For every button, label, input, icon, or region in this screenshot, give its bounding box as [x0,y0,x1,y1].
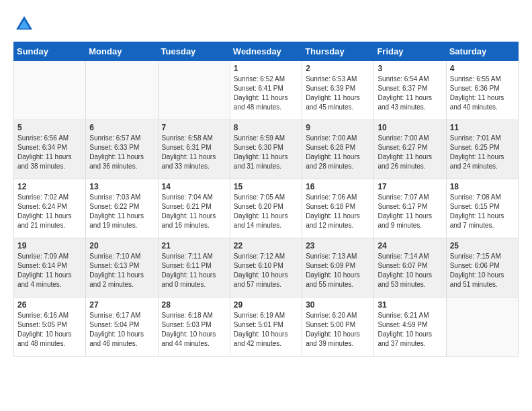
day-number: 16 [306,182,370,191]
day-number: 11 [450,123,515,132]
calendar-cell: 1Sunrise: 6:52 AM Sunset: 6:41 PM Daylig… [230,61,302,120]
calendar-cell: 14Sunrise: 7:04 AM Sunset: 6:21 PM Dayli… [158,179,230,238]
calendar-cell: 18Sunrise: 7:08 AM Sunset: 6:15 PM Dayli… [446,179,518,238]
day-info: Sunrise: 6:18 AM Sunset: 5:03 PM Dayligh… [162,311,226,349]
day-info: Sunrise: 7:06 AM Sunset: 6:18 PM Dayligh… [306,193,370,230]
day-info: Sunrise: 7:00 AM Sunset: 6:28 PM Dayligh… [306,134,370,171]
calendar-cell: 10Sunrise: 7:00 AM Sunset: 6:27 PM Dayli… [374,120,446,179]
day-info: Sunrise: 7:14 AM Sunset: 6:07 PM Dayligh… [378,252,442,289]
day-info: Sunrise: 7:08 AM Sunset: 6:15 PM Dayligh… [450,193,515,230]
day-info: Sunrise: 6:19 AM Sunset: 5:01 PM Dayligh… [234,311,298,349]
calendar-cell: 3Sunrise: 6:54 AM Sunset: 6:37 PM Daylig… [374,61,446,120]
calendar-cell: 6Sunrise: 6:57 AM Sunset: 6:33 PM Daylig… [86,120,158,179]
calendar-cell: 26Sunrise: 6:16 AM Sunset: 5:05 PM Dayli… [14,298,86,357]
day-info: Sunrise: 6:20 AM Sunset: 5:00 PM Dayligh… [306,311,370,349]
day-info: Sunrise: 7:00 AM Sunset: 6:27 PM Dayligh… [378,134,442,171]
day-info: Sunrise: 6:17 AM Sunset: 5:04 PM Dayligh… [89,311,154,349]
day-info: Sunrise: 6:56 AM Sunset: 6:34 PM Dayligh… [17,134,82,171]
day-number: 18 [450,182,515,191]
calendar-header-row: SundayMondayTuesdayWednesdayThursdayFrid… [14,42,519,61]
page-header [13,13,519,35]
calendar-cell: 31Sunrise: 6:21 AM Sunset: 4:59 PM Dayli… [374,298,446,357]
col-header-thursday: Thursday [302,42,374,61]
day-info: Sunrise: 6:58 AM Sunset: 6:31 PM Dayligh… [162,134,226,171]
day-info: Sunrise: 6:52 AM Sunset: 6:41 PM Dayligh… [234,75,298,112]
day-number: 21 [162,241,226,250]
calendar-cell: 9Sunrise: 7:00 AM Sunset: 6:28 PM Daylig… [302,120,374,179]
day-number: 22 [234,241,298,250]
day-number: 19 [17,241,82,250]
day-info: Sunrise: 7:01 AM Sunset: 6:25 PM Dayligh… [450,134,515,171]
calendar-cell: 11Sunrise: 7:01 AM Sunset: 6:25 PM Dayli… [446,120,518,179]
day-number: 1 [234,64,298,73]
calendar-cell: 20Sunrise: 7:10 AM Sunset: 6:13 PM Dayli… [86,238,158,298]
calendar-week-row-2: 5Sunrise: 6:56 AM Sunset: 6:34 PM Daylig… [14,120,519,179]
calendar-cell: 23Sunrise: 7:13 AM Sunset: 6:09 PM Dayli… [302,238,374,298]
calendar-cell: 30Sunrise: 6:20 AM Sunset: 5:00 PM Dayli… [302,298,374,357]
calendar-cell: 13Sunrise: 7:03 AM Sunset: 6:22 PM Dayli… [86,179,158,238]
col-header-saturday: Saturday [446,42,518,61]
calendar-cell: 17Sunrise: 7:07 AM Sunset: 6:17 PM Dayli… [374,179,446,238]
calendar-cell: 12Sunrise: 7:02 AM Sunset: 6:24 PM Dayli… [14,179,86,238]
day-number: 17 [378,182,442,191]
calendar-cell: 5Sunrise: 6:56 AM Sunset: 6:34 PM Daylig… [14,120,86,179]
col-header-monday: Monday [86,42,158,61]
day-number: 25 [450,241,515,250]
day-info: Sunrise: 7:11 AM Sunset: 6:11 PM Dayligh… [162,252,226,289]
calendar-week-row-5: 26Sunrise: 6:16 AM Sunset: 5:05 PM Dayli… [14,298,519,357]
day-number: 12 [17,182,82,191]
day-number: 3 [378,64,442,73]
day-info: Sunrise: 7:10 AM Sunset: 6:13 PM Dayligh… [89,252,154,289]
calendar-cell: 7Sunrise: 6:58 AM Sunset: 6:31 PM Daylig… [158,120,230,179]
calendar-cell: 27Sunrise: 6:17 AM Sunset: 5:04 PM Dayli… [86,298,158,357]
day-number: 2 [306,64,370,73]
calendar-cell: 15Sunrise: 7:05 AM Sunset: 6:20 PM Dayli… [230,179,302,238]
day-number: 9 [306,123,370,132]
day-number: 23 [306,241,370,250]
calendar-week-row-3: 12Sunrise: 7:02 AM Sunset: 6:24 PM Dayli… [14,179,519,238]
logo-icon [13,13,35,35]
day-info: Sunrise: 6:55 AM Sunset: 6:36 PM Dayligh… [450,75,515,112]
logo [13,13,38,35]
day-number: 28 [162,300,226,310]
day-number: 14 [162,182,226,191]
day-info: Sunrise: 6:57 AM Sunset: 6:33 PM Dayligh… [89,134,154,171]
calendar-cell [158,61,230,120]
col-header-wednesday: Wednesday [230,42,302,61]
calendar-cell [86,61,158,120]
day-info: Sunrise: 7:04 AM Sunset: 6:21 PM Dayligh… [162,193,226,230]
calendar-cell: 19Sunrise: 7:09 AM Sunset: 6:14 PM Dayli… [14,238,86,298]
day-info: Sunrise: 7:15 AM Sunset: 6:06 PM Dayligh… [450,252,515,289]
day-info: Sunrise: 6:54 AM Sunset: 6:37 PM Dayligh… [378,75,442,112]
day-number: 7 [162,123,226,132]
day-number: 13 [89,182,154,191]
calendar-week-row-1: 1Sunrise: 6:52 AM Sunset: 6:41 PM Daylig… [14,61,519,120]
calendar-week-row-4: 19Sunrise: 7:09 AM Sunset: 6:14 PM Dayli… [14,238,519,298]
day-number: 24 [378,241,442,250]
day-info: Sunrise: 7:13 AM Sunset: 6:09 PM Dayligh… [306,252,370,289]
calendar-cell: 25Sunrise: 7:15 AM Sunset: 6:06 PM Dayli… [446,238,518,298]
day-number: 29 [234,300,298,310]
day-number: 30 [306,300,370,310]
calendar-cell: 29Sunrise: 6:19 AM Sunset: 5:01 PM Dayli… [230,298,302,357]
calendar-cell: 2Sunrise: 6:53 AM Sunset: 6:39 PM Daylig… [302,61,374,120]
day-number: 4 [450,64,515,73]
day-number: 26 [17,300,82,310]
day-info: Sunrise: 7:02 AM Sunset: 6:24 PM Dayligh… [17,193,82,230]
day-number: 15 [234,182,298,191]
day-number: 6 [89,123,154,132]
day-info: Sunrise: 6:21 AM Sunset: 4:59 PM Dayligh… [378,311,442,349]
day-info: Sunrise: 6:53 AM Sunset: 6:39 PM Dayligh… [306,75,370,112]
calendar-cell: 22Sunrise: 7:12 AM Sunset: 6:10 PM Dayli… [230,238,302,298]
calendar-cell: 4Sunrise: 6:55 AM Sunset: 6:36 PM Daylig… [446,61,518,120]
day-number: 5 [17,123,82,132]
day-number: 31 [378,300,442,310]
day-info: Sunrise: 7:05 AM Sunset: 6:20 PM Dayligh… [234,193,298,230]
day-number: 20 [89,241,154,250]
calendar-cell: 16Sunrise: 7:06 AM Sunset: 6:18 PM Dayli… [302,179,374,238]
calendar-cell [14,61,86,120]
col-header-friday: Friday [374,42,446,61]
day-number: 8 [234,123,298,132]
col-header-tuesday: Tuesday [158,42,230,61]
calendar-cell [446,298,518,357]
